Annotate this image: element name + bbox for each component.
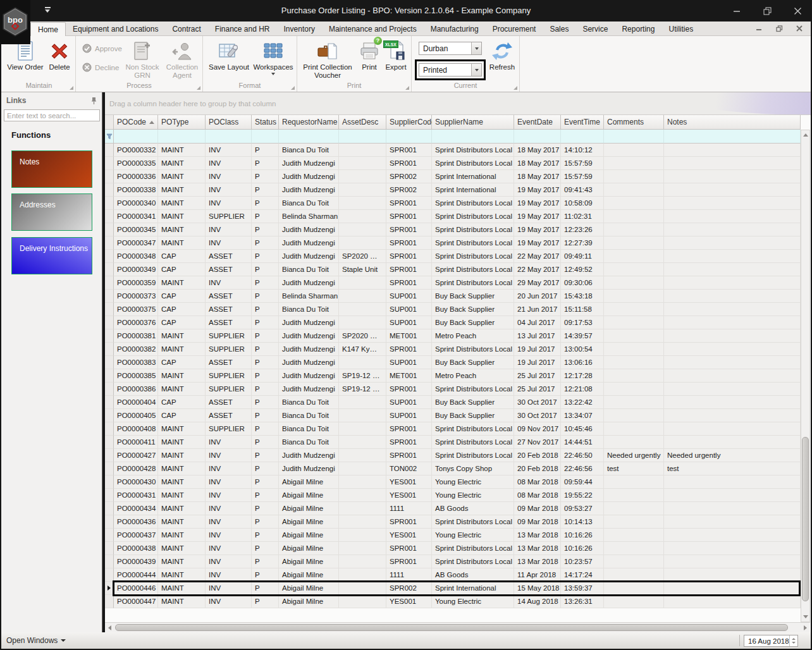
grid-cell-potype[interactable]: MAINT [158,529,206,542]
grid-cell-eventdate[interactable]: 13 Jul 2017 [514,329,561,343]
grid-cell-comments[interactable] [604,383,664,396]
grid-cell-comments[interactable]: Needed urgently [604,449,664,462]
grid-cell-eventdate[interactable]: 19 Jul 2017 [514,343,561,356]
grid-cell-eventdate[interactable]: 08 Mar 2018 [514,475,561,489]
grid-cell-suppliercode[interactable]: SUP001 [386,303,432,316]
grid-cell-comments[interactable]: test [604,462,664,475]
grid-cell-comments[interactable] [604,276,664,290]
grid-cell-potype[interactable]: MAINT [158,502,206,515]
grid-cell-suppliercode[interactable]: YES001 [386,489,432,502]
column-header-comments[interactable]: Comments [604,115,664,130]
grid-cell-pocode[interactable]: PO0000375 [114,303,158,316]
column-header-suppliercode[interactable]: SupplierCode [386,115,432,130]
grid-cell-pocode[interactable]: PO0000347 [114,236,158,250]
grid-cell-eventtime[interactable]: 13:59:37 [561,582,604,595]
mdi-restore-icon[interactable] [774,24,784,33]
tab-equipment-and-locations[interactable]: Equipment and Locations [66,22,165,36]
grid-cell-status[interactable]: P [252,183,279,197]
grid-cell-notes[interactable] [664,290,801,303]
column-header-poclass[interactable]: POClass [206,115,252,130]
grid-cell-suppliername[interactable]: Buy Back Supplier [432,290,514,303]
grid-cell-suppliercode[interactable]: YES001 [386,475,432,489]
grid-cell-poclass[interactable]: INV [206,529,252,542]
tab-manufacturing[interactable]: Manufacturing [424,22,486,36]
grid-cell-status[interactable]: P [252,422,279,436]
grid-cell-notes[interactable] [664,356,801,369]
grid-cell-poclass[interactable]: INV [206,236,252,250]
column-header-suppliername[interactable]: SupplierName [432,115,514,130]
grid-cell-requestorname[interactable]: Judith Mudzengi [279,343,339,356]
grid-cell-notes[interactable] [664,276,801,290]
grid-cell-poclass[interactable]: ASSET [206,303,252,316]
grid-cell-eventtime[interactable]: 09:17:53 [561,316,604,329]
grid-cell-potype[interactable]: CAP [158,316,206,329]
grid-cell-potype[interactable]: CAP [158,396,206,409]
grid-cell-eventtime[interactable]: 09:41:43 [561,183,604,197]
column-header-potype[interactable]: POType [158,115,206,130]
grid-cell-suppliername[interactable]: Sprint Distributors Local [432,144,514,157]
grid-cell-assetdesc[interactable]: SP2020 … [339,250,386,263]
grid-cell-requestorname[interactable]: Bianca Du Toit [279,422,339,436]
grid-cell-status[interactable]: P [252,555,279,568]
grid-cell-notes[interactable] [664,250,801,263]
grid-cell-status[interactable]: P [252,462,279,475]
table-row[interactable]: PO0000405CAPASSETPBianca Du ToitSUP001Bu… [105,409,801,422]
grid-cell-pocode[interactable]: PO0000431 [114,489,158,502]
grid-cell-pocode[interactable]: PO0000335 [114,157,158,170]
grid-cell-status[interactable]: P [252,595,279,608]
close-icon[interactable] [792,5,803,16]
grid-cell-poclass[interactable]: INV [206,582,252,595]
table-row[interactable]: PO0000332MAINTINVPBianca Du ToitSPR001Sp… [105,144,801,157]
grid-cell-poclass[interactable]: INV [206,515,252,529]
grid-cell-status[interactable]: P [252,236,279,250]
grid-cell-eventtime[interactable]: 12:27:39 [561,236,604,250]
grid-cell-status[interactable]: P [252,343,279,356]
grid-cell-suppliername[interactable]: Sprint Distributors Local [432,436,514,449]
search-input[interactable] [4,112,107,120]
grid-cell-suppliername[interactable]: Sprint Distributors Local [432,276,514,290]
grid-cell-requestorname[interactable]: Abigail Milne [279,502,339,515]
grid-cell-eventtime[interactable]: 13:34:07 [561,409,604,422]
grid-cell-eventdate[interactable]: 18 May 2017 [514,170,561,183]
grid-cell-potype[interactable]: MAINT [158,595,206,608]
grid-cell-suppliername[interactable]: Buy Back Supplier [432,303,514,316]
grid-cell-potype[interactable]: MAINT [158,170,206,183]
grid-cell-suppliercode[interactable]: SPR001 [386,542,432,555]
grid-cell-pocode[interactable]: PO0000386 [114,383,158,396]
grid-cell-suppliername[interactable]: Metro Peach [432,369,514,383]
grid-cell-requestorname[interactable]: Bianca Du Toit [279,409,339,422]
grid-cell-poclass[interactable]: SUPPLIER [206,422,252,436]
grid-cell-notes[interactable] [664,555,801,568]
group-dialog-launcher-print[interactable] [405,86,409,90]
filter-cell-poclass[interactable] [206,130,252,144]
table-row[interactable]: PO0000359MAINTINVPJudith MudzengiSPR001S… [105,276,801,290]
grid-cell-comments[interactable] [604,316,664,329]
grid-cell-assetdesc[interactable] [339,436,386,449]
grid-cell-comments[interactable] [604,356,664,369]
grid-cell-eventtime[interactable]: 15:11:58 [561,303,604,316]
table-row[interactable]: PO0000411MAINTINVPBianca Du ToitSPR001Sp… [105,436,801,449]
grid-cell-comments[interactable] [604,542,664,555]
grid-cell-pocode[interactable]: PO0000428 [114,462,158,475]
grid-cell-poclass[interactable]: ASSET [206,250,252,263]
table-row[interactable]: PO0000347MAINTINVPJudith MudzengiSPR001S… [105,236,801,250]
grid-cell-pocode[interactable]: PO0000385 [114,369,158,383]
grid-cell-poclass[interactable]: INV [206,568,252,582]
grid-cell-pocode[interactable]: PO0000338 [114,183,158,197]
grid-cell-potype[interactable]: MAINT [158,449,206,462]
grid-cell-comments[interactable] [604,144,664,157]
grid-cell-poclass[interactable]: ASSET [206,316,252,329]
grid-cell-comments[interactable] [604,529,664,542]
save-layout-button[interactable]: Save Layout [208,39,250,71]
grid-cell-status[interactable]: P [252,396,279,409]
grid-cell-pocode[interactable]: PO0000345 [114,223,158,236]
grid-cell-potype[interactable]: CAP [158,250,206,263]
grid-cell-notes[interactable] [664,369,801,383]
grid-cell-poclass[interactable]: INV [206,449,252,462]
grid-cell-poclass[interactable]: SUPPLIER [206,369,252,383]
grid-cell-assetdesc[interactable] [339,396,386,409]
grid-cell-poclass[interactable]: SUPPLIER [206,329,252,343]
grid-cell-comments[interactable] [604,568,664,582]
grid-cell-eventdate[interactable]: 15 May 2018 [514,582,561,595]
grid-cell-notes[interactable] [664,502,801,515]
